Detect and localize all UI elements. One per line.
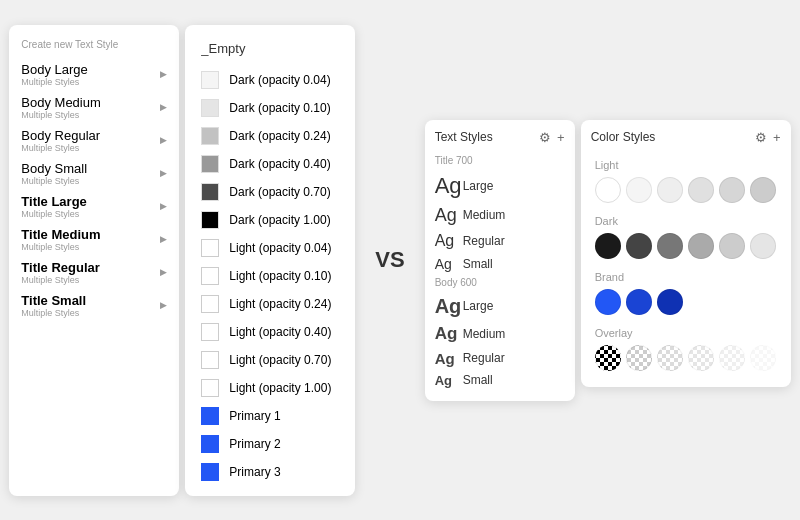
chevron-right-icon: ▶ — [160, 102, 167, 112]
color-swatch-overlay-2[interactable] — [626, 345, 652, 371]
opacity-light-070[interactable]: Light (opacity 0.70) — [185, 346, 355, 374]
chevron-right-icon: ▶ — [160, 135, 167, 145]
color-styles-panel: Color Styles ⚙ + Light Dark Brand — [581, 120, 791, 387]
swatch — [201, 323, 219, 341]
ag-char: Ag — [435, 295, 455, 318]
style-body-regular[interactable]: Body Regular Multiple Styles ▶ — [9, 124, 179, 157]
style-title-regular[interactable]: Title Regular Multiple Styles ▶ — [9, 256, 179, 289]
color-swatch[interactable] — [657, 233, 683, 259]
filter-icon[interactable]: ⚙ — [755, 130, 767, 145]
ag-row-body-large[interactable]: Ag Large — [425, 292, 575, 321]
ag-char: Ag — [435, 350, 455, 367]
color-swatch[interactable] — [688, 177, 714, 203]
item-name: Title Regular — [21, 260, 100, 275]
ag-row-body-medium[interactable]: Ag Medium — [425, 321, 575, 347]
opacity-label: Light (opacity 0.70) — [229, 353, 331, 367]
chevron-right-icon: ▶ — [160, 300, 167, 310]
color-swatch-overlay-1[interactable] — [595, 345, 621, 371]
opacity-dark-040[interactable]: Dark (opacity 0.40) — [185, 150, 355, 178]
primary-1[interactable]: Primary 1 — [185, 402, 355, 430]
opacity-light-024[interactable]: Light (opacity 0.24) — [185, 290, 355, 318]
opacity-light-004[interactable]: Light (opacity 0.04) — [185, 234, 355, 262]
text-styles-panel: Create new Text Style Body Large Multipl… — [9, 25, 179, 496]
color-swatch[interactable] — [750, 177, 776, 203]
ag-row-title-large[interactable]: Ag Large — [425, 170, 575, 202]
brand-section-label: Brand — [581, 265, 791, 287]
primary-2[interactable]: Primary 2 — [185, 430, 355, 458]
opacity-label: Dark (opacity 1.00) — [229, 213, 330, 227]
style-body-small[interactable]: Body Small Multiple Styles ▶ — [9, 157, 179, 190]
color-swatch-brand-2[interactable] — [626, 289, 652, 315]
color-swatch[interactable] — [657, 177, 683, 203]
primary-3[interactable]: Primary 3 — [185, 458, 355, 486]
item-name: Title Medium — [21, 227, 100, 242]
opacity-label: Dark (opacity 0.70) — [229, 185, 330, 199]
add-icon[interactable]: + — [557, 130, 565, 145]
ag-row-title-small[interactable]: Ag Small — [425, 253, 575, 275]
opacity-light-040[interactable]: Light (opacity 0.40) — [185, 318, 355, 346]
item-name: Body Small — [21, 161, 87, 176]
color-swatch-overlay-3[interactable] — [657, 345, 683, 371]
ag-label: Medium — [463, 208, 506, 222]
item-sub: Multiple Styles — [21, 77, 88, 87]
color-swatch[interactable] — [719, 233, 745, 259]
style-title-small[interactable]: Title Small Multiple Styles ▶ — [9, 289, 179, 322]
color-swatch-overlay-6[interactable] — [750, 345, 776, 371]
item-sub: Multiple Styles — [21, 110, 100, 120]
color-swatch-brand-1[interactable] — [595, 289, 621, 315]
opacity-label: Light (opacity 1.00) — [229, 381, 331, 395]
opacity-dark-070[interactable]: Dark (opacity 0.70) — [185, 178, 355, 206]
color-swatch[interactable] — [595, 233, 621, 259]
swatch — [201, 99, 219, 117]
opacity-dark-100[interactable]: Dark (opacity 1.00) — [185, 206, 355, 234]
primary-swatch — [201, 435, 219, 453]
dark-section-label: Dark — [581, 209, 791, 231]
vs-label: VS — [375, 247, 404, 273]
item-sub: Multiple Styles — [21, 143, 100, 153]
ag-label: Regular — [463, 234, 505, 248]
color-swatch-brand-3[interactable] — [657, 289, 683, 315]
opacity-label: Dark (opacity 0.10) — [229, 101, 330, 115]
chevron-right-icon: ▶ — [160, 267, 167, 277]
color-swatch-overlay-4[interactable] — [688, 345, 714, 371]
color-swatch[interactable] — [626, 177, 652, 203]
style-body-medium[interactable]: Body Medium Multiple Styles ▶ — [9, 91, 179, 124]
style-title-medium[interactable]: Title Medium Multiple Styles ▶ — [9, 223, 179, 256]
chevron-right-icon: ▶ — [160, 168, 167, 178]
overlay-section-label: Overlay — [581, 321, 791, 343]
opacity-dark-024[interactable]: Dark (opacity 0.24) — [185, 122, 355, 150]
opacity-label: Dark (opacity 0.04) — [229, 73, 330, 87]
style-body-large[interactable]: Body Large Multiple Styles ▶ — [9, 58, 179, 91]
ag-row-title-regular[interactable]: Ag Regular — [425, 229, 575, 253]
item-sub: Multiple Styles — [21, 176, 87, 186]
opacity-dark-004[interactable]: Dark (opacity 0.04) — [185, 66, 355, 94]
color-swatch[interactable] — [750, 233, 776, 259]
primary-swatch — [201, 407, 219, 425]
opacity-light-010[interactable]: Light (opacity 0.10) — [185, 262, 355, 290]
color-swatch[interactable] — [688, 233, 714, 259]
opacity-light-100[interactable]: Light (opacity 1.00) — [185, 374, 355, 402]
section-title-700: Title 700 — [425, 153, 575, 170]
add-icon[interactable]: + — [773, 130, 781, 145]
swatch — [201, 295, 219, 313]
color-swatch[interactable] — [719, 177, 745, 203]
ag-row-body-regular[interactable]: Ag Regular — [425, 347, 575, 370]
ag-row-title-medium[interactable]: Ag Medium — [425, 202, 575, 229]
filter-icon[interactable]: ⚙ — [539, 130, 551, 145]
color-swatch-overlay-5[interactable] — [719, 345, 745, 371]
swatch — [201, 71, 219, 89]
item-name: Title Small — [21, 293, 86, 308]
item-sub: Multiple Styles — [21, 242, 100, 252]
swatch — [201, 183, 219, 201]
color-swatch[interactable] — [595, 177, 621, 203]
color-styles-title: Color Styles — [591, 130, 656, 144]
ag-row-body-small[interactable]: Ag Small — [425, 370, 575, 391]
swatch — [201, 155, 219, 173]
ag-label: Small — [463, 373, 493, 387]
style-title-large[interactable]: Title Large Multiple Styles ▶ — [9, 190, 179, 223]
light-section-label: Light — [581, 153, 791, 175]
opacity-dark-010[interactable]: Dark (opacity 0.10) — [185, 94, 355, 122]
color-styles-header: Color Styles ⚙ + — [581, 130, 791, 153]
color-swatch[interactable] — [626, 233, 652, 259]
ag-char: Ag — [435, 232, 455, 250]
